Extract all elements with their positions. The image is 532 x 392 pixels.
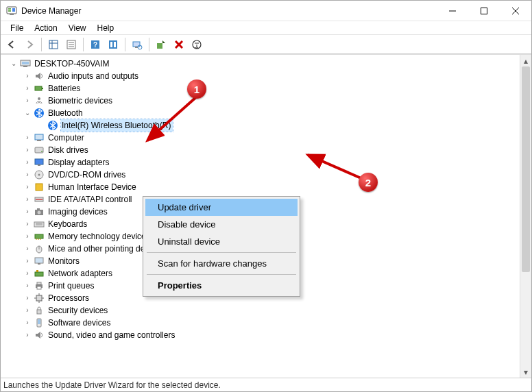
tree-node-biometric[interactable]: › Biometric devices [3,95,520,107]
chevron-down-icon[interactable]: ⌄ [23,108,32,118]
tree-node-hid[interactable]: › Human Interface Device [3,181,520,193]
tree-label: Memory technology devices [47,230,152,243]
chevron-right-icon[interactable]: › [23,306,32,315]
chevron-right-icon[interactable]: › [23,96,32,106]
tree-root[interactable]: ⌄ DESKTOP-450VAIM [3,58,520,70]
annotation-badge-1: 1 [187,79,206,99]
help-button[interactable]: ? [87,36,104,53]
menu-action[interactable]: Action [29,22,62,34]
cm-uninstall-device[interactable]: Uninstall device [145,233,298,250]
back-button[interactable] [3,36,20,53]
forward-button[interactable] [21,36,38,53]
hid-icon [34,182,45,193]
scroll-down-arrow-icon[interactable]: ▾ [520,366,531,378]
vertical-scrollbar[interactable]: ▴ ▾ [520,55,531,378]
chevron-down-icon[interactable]: ⌄ [9,59,19,69]
toolbar-separator [149,38,149,51]
tree-node-sound[interactable]: › Sound, video and game controllers [3,329,520,341]
chevron-right-icon[interactable]: › [23,244,32,254]
speaker-icon [34,71,45,82]
tree-node-bluetooth-device[interactable]: › Intel(R) Wireless Bluetooth(R) [3,119,520,132]
tree-label: Print queues [47,280,96,292]
tree-node-audio[interactable]: › Audio inputs and outputs [3,70,520,82]
chevron-right-icon[interactable]: › [23,219,32,229]
tree-node-computer[interactable]: › Computer [3,132,520,144]
tree-label: Imaging devices [47,206,110,218]
cm-properties[interactable]: Properties [145,277,298,294]
computer-icon [34,132,45,143]
svg-rect-61 [35,272,43,276]
cm-separator [147,274,296,275]
chevron-right-icon[interactable]: › [23,84,32,93]
ide-icon [34,194,45,205]
camera-icon [34,206,45,217]
tree-label: Human Interface Device [47,181,138,193]
tree-node-display[interactable]: › Display adapters [3,156,520,169]
chevron-right-icon[interactable]: › [23,293,32,303]
update-driver-button[interactable] [153,36,169,53]
tree-label: Sound, video and game controllers [47,329,177,341]
minimize-button[interactable] [437,1,468,21]
chevron-right-icon[interactable]: › [23,195,32,204]
network-icon [34,268,45,279]
scroll-thumb[interactable] [522,66,530,272]
scroll-track[interactable] [520,66,531,366]
scroll-up-arrow-icon[interactable]: ▴ [520,55,531,66]
disable-button[interactable] [189,36,205,53]
show-hidden-button[interactable] [105,36,121,53]
svg-rect-44 [36,184,43,191]
chevron-right-icon[interactable]: › [23,145,32,155]
svg-rect-41 [38,164,40,166]
maximize-button[interactable] [468,1,500,21]
tree-node-disk[interactable]: › Disk drives [3,144,520,156]
title-bar: Device Manager [1,1,531,21]
uninstall-button[interactable] [171,36,187,53]
menu-view[interactable]: View [63,22,92,34]
chevron-right-icon[interactable]: › [23,330,32,340]
chevron-right-icon[interactable]: › [23,232,32,241]
svg-rect-66 [36,295,42,301]
chevron-right-icon[interactable]: › [23,133,32,143]
svg-point-43 [38,174,40,176]
svg-rect-37 [37,140,41,141]
chevron-right-icon[interactable]: › [23,71,32,81]
svg-rect-36 [35,134,43,140]
cm-update-driver[interactable]: Update driver [145,199,298,216]
display-icon [34,157,45,168]
chevron-right-icon[interactable]: › [23,318,32,328]
status-text: Launches the Update Driver Wizard for th… [3,380,221,390]
chevron-right-icon[interactable]: › [23,170,32,180]
chevron-right-icon[interactable]: › [23,207,32,217]
cm-scan-hardware[interactable]: Scan for hardware changes [145,255,298,272]
badge-text: 2 [365,177,371,188]
properties-button[interactable] [63,36,80,53]
svg-rect-2 [8,10,11,12]
tree-node-bluetooth[interactable]: ⌄ Bluetooth [3,107,520,119]
tree-label-selected: Intel(R) Wireless Bluetooth(R) [61,119,173,132]
tree-node-software[interactable]: › Software devices [3,317,520,329]
tree-label: Security devices [47,304,110,317]
scan-hardware-button[interactable] [129,36,145,53]
app-icon [6,5,17,16]
annotation-badge-2: 2 [359,173,378,192]
chevron-right-icon[interactable]: › [23,182,32,192]
tree-node-batteries[interactable]: › Batteries [3,82,520,95]
tree-node-dvd[interactable]: › DVD/CD-ROM drives [3,169,520,181]
chevron-right-icon[interactable]: › [23,256,32,266]
tree-label: Batteries [47,82,82,95]
cm-disable-device[interactable]: Disable device [145,216,298,233]
tree-label: Bluetooth [47,107,85,119]
cpu-icon [34,293,45,304]
menu-file[interactable]: File [5,22,29,34]
tree-node-security[interactable]: › Security devices [3,304,520,317]
chevron-right-icon[interactable]: › [23,158,32,167]
chevron-right-icon[interactable]: › [23,269,32,278]
tree-label: Biometric devices [47,95,114,107]
chevron-right-icon[interactable]: › [23,281,32,291]
monitor-icon [34,256,45,267]
show-hide-tree-button[interactable] [45,36,62,53]
menu-help[interactable]: Help [92,22,120,34]
close-button[interactable] [500,1,531,21]
svg-text:?: ? [93,41,97,49]
svg-rect-73 [38,319,40,324]
